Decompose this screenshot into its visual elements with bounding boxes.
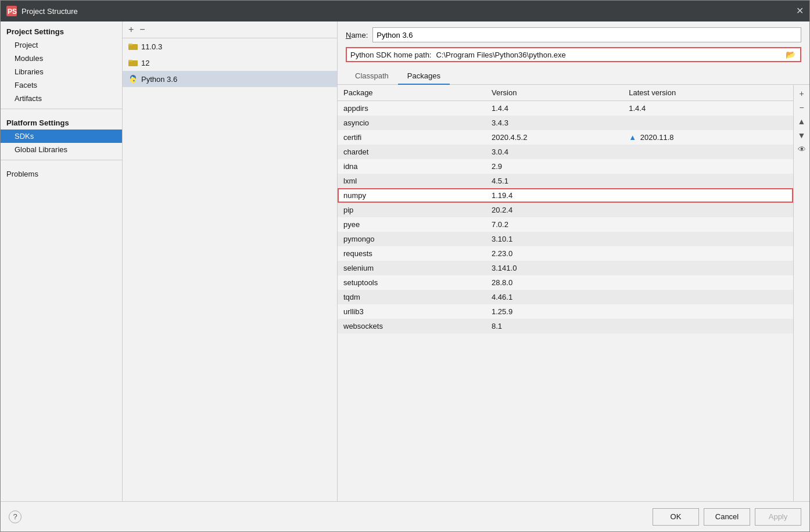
name-input[interactable] bbox=[372, 27, 801, 42]
platform-settings-header: Platform Settings bbox=[1, 113, 122, 130]
help-button[interactable]: ? bbox=[9, 511, 21, 523]
table-row[interactable]: pymongo3.10.1 bbox=[338, 232, 793, 246]
apply-button[interactable]: Apply bbox=[755, 508, 801, 526]
table-row[interactable]: chardet3.0.4 bbox=[338, 145, 793, 159]
col-package: Package bbox=[338, 85, 486, 101]
folder-icon bbox=[128, 58, 138, 67]
package-version: 2020.4.5.2 bbox=[486, 130, 623, 145]
tab-classpath[interactable]: Classpath bbox=[346, 68, 398, 85]
sdk-list-item-python36[interactable]: Python 3.6 bbox=[123, 71, 337, 87]
package-latest bbox=[623, 275, 793, 290]
bottom-right: OK Cancel Apply bbox=[653, 508, 801, 526]
package-name: appdirs bbox=[338, 101, 486, 116]
package-table: Package Version Latest version appdirs1.… bbox=[338, 85, 793, 333]
package-latest bbox=[623, 159, 793, 174]
package-version: 3.4.3 bbox=[486, 116, 623, 130]
package-name: pyee bbox=[338, 217, 486, 232]
name-row: Name: bbox=[338, 21, 809, 47]
package-latest bbox=[623, 174, 793, 188]
package-latest bbox=[623, 217, 793, 232]
sidebar-item-global-libraries[interactable]: Global Libraries bbox=[1, 143, 122, 156]
package-table-wrapper[interactable]: Package Version Latest version appdirs1.… bbox=[338, 85, 793, 501]
package-name: chardet bbox=[338, 145, 486, 159]
package-name: requests bbox=[338, 246, 486, 261]
sdk-path-row: Python SDK home path: C:\Program Files\P… bbox=[346, 47, 801, 62]
table-row[interactable]: tqdm4.46.1 bbox=[338, 290, 793, 304]
table-row[interactable]: certifi2020.4.5.2▲ 2020.11.8 bbox=[338, 130, 793, 145]
sdk-list: 11.0.3 12 bbox=[123, 38, 337, 501]
package-table-container: Package Version Latest version appdirs1.… bbox=[338, 85, 809, 501]
browse-button[interactable]: 📂 bbox=[783, 50, 798, 59]
sdk-path-value: C:\Program Files\Python36\python.exe bbox=[433, 51, 781, 59]
package-latest bbox=[623, 116, 793, 130]
package-latest bbox=[623, 246, 793, 261]
bottom-left: ? bbox=[9, 511, 21, 523]
table-row[interactable]: selenium3.141.0 bbox=[338, 261, 793, 275]
package-version: 3.0.4 bbox=[486, 145, 623, 159]
add-sdk-button[interactable]: + bbox=[127, 25, 135, 34]
package-latest bbox=[623, 203, 793, 217]
sidebar-item-artifacts[interactable]: Artifacts bbox=[1, 92, 122, 105]
package-latest bbox=[623, 261, 793, 275]
sidebar-item-project[interactable]: Project bbox=[1, 38, 122, 52]
sdk-list-toolbar: + − bbox=[123, 21, 337, 38]
ok-button[interactable]: OK bbox=[653, 508, 699, 526]
sidebar-item-problems[interactable]: Problems bbox=[1, 164, 122, 181]
table-row[interactable]: pip20.2.4 bbox=[338, 203, 793, 217]
package-version: 4.5.1 bbox=[486, 174, 623, 188]
package-name: idna bbox=[338, 159, 486, 174]
folder-icon bbox=[128, 42, 138, 51]
package-name: pip bbox=[338, 203, 486, 217]
package-latest bbox=[623, 145, 793, 159]
sidebar-item-sdks[interactable]: SDKs bbox=[1, 130, 122, 143]
table-row[interactable]: lxml4.5.1 bbox=[338, 174, 793, 188]
cancel-button[interactable]: Cancel bbox=[704, 508, 750, 526]
col-latest: Latest version bbox=[623, 85, 793, 101]
title-bar: PS Project Structure ✕ bbox=[1, 1, 809, 21]
close-button[interactable]: ✕ bbox=[796, 6, 804, 16]
package-version: 2.9 bbox=[486, 159, 623, 174]
package-version: 3.10.1 bbox=[486, 232, 623, 246]
table-row[interactable]: setuptools28.8.0 bbox=[338, 275, 793, 290]
up-button[interactable]: ▲ bbox=[795, 115, 808, 128]
package-latest bbox=[623, 232, 793, 246]
svg-rect-5 bbox=[128, 60, 132, 62]
tab-packages[interactable]: Packages bbox=[398, 68, 450, 85]
remove-package-button[interactable]: − bbox=[795, 101, 808, 114]
table-row[interactable]: asyncio3.4.3 bbox=[338, 116, 793, 130]
main-content: Project Settings Project Modules Librari… bbox=[1, 21, 809, 501]
package-name: selenium bbox=[338, 261, 486, 275]
remove-sdk-button[interactable]: − bbox=[138, 25, 146, 34]
table-row[interactable]: appdirs1.4.41.4.4 bbox=[338, 101, 793, 116]
package-latest: 1.4.4 bbox=[623, 101, 793, 116]
python-icon bbox=[128, 74, 138, 84]
sidebar-item-modules[interactable]: Modules bbox=[1, 52, 122, 65]
sdk-path-label: Python SDK home path: bbox=[349, 51, 431, 59]
project-settings-header: Project Settings bbox=[1, 21, 122, 38]
table-row[interactable]: pyee7.0.2 bbox=[338, 217, 793, 232]
sdk-list-item-12[interactable]: 12 bbox=[123, 55, 337, 71]
table-row[interactable]: requests2.23.0 bbox=[338, 246, 793, 261]
sidebar-divider-2 bbox=[1, 160, 122, 160]
package-latest: ▲ 2020.11.8 bbox=[623, 130, 793, 145]
view-button[interactable]: 👁 bbox=[795, 143, 808, 156]
table-row[interactable]: idna2.9 bbox=[338, 159, 793, 174]
package-latest bbox=[623, 319, 793, 333]
down-button[interactable]: ▼ bbox=[795, 129, 808, 142]
sidebar-item-libraries[interactable]: Libraries bbox=[1, 65, 122, 78]
package-name: urllib3 bbox=[338, 304, 486, 319]
sidebar-item-facets[interactable]: Facets bbox=[1, 78, 122, 92]
package-name: lxml bbox=[338, 174, 486, 188]
package-tbody: appdirs1.4.41.4.4asyncio3.4.3certifi2020… bbox=[338, 101, 793, 334]
dialog: PS Project Structure ✕ Project Settings … bbox=[0, 0, 810, 532]
table-row[interactable]: websockets8.1 bbox=[338, 319, 793, 333]
table-row[interactable]: urllib31.25.9 bbox=[338, 304, 793, 319]
middle-section: + − 11.0.3 bbox=[123, 21, 809, 501]
package-name: numpy bbox=[338, 188, 486, 203]
package-version: 7.0.2 bbox=[486, 217, 623, 232]
sdk-list-item-11[interactable]: 11.0.3 bbox=[123, 38, 337, 55]
package-latest bbox=[623, 290, 793, 304]
add-package-button[interactable]: + bbox=[795, 87, 808, 100]
tabs-bar: Classpath Packages bbox=[338, 68, 809, 85]
table-row[interactable]: numpy1.19.4 bbox=[338, 188, 793, 203]
